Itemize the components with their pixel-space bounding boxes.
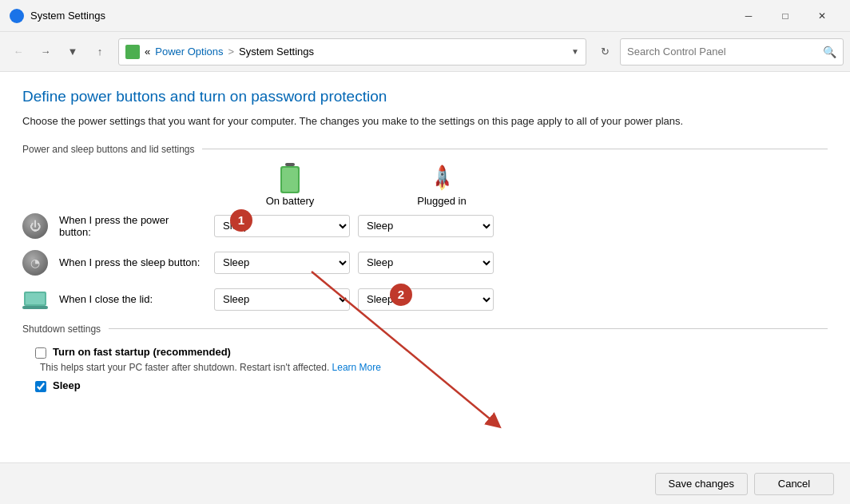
sleep-button-row: When I press the sleep button: Do nothin… [22,250,828,276]
save-button[interactable]: Save changes [655,473,748,495]
fast-startup-label[interactable]: Turn on fast startup (recommended) [53,346,231,358]
svg-rect-4 [26,293,45,304]
section1-divider [202,149,828,149]
sleep-button-selects: Do nothing Sleep Hibernate Shut down Do … [214,252,494,274]
breadcrumb-sep1: « [145,46,150,58]
page-description: Choose the power settings that you want … [22,113,828,129]
window-title: System Settings [30,10,105,22]
window-container: System Settings ─ □ ✕ ← → ▼ ↑ « Power Op… [0,0,850,504]
sleep-button-battery-select[interactable]: Do nothing Sleep Hibernate Shut down [214,252,350,274]
breadcrumb-icon [125,45,140,59]
refresh-button[interactable]: ↻ [593,40,617,64]
address-bar: ← → ▼ ↑ « Power Options > System Setting… [0,32,850,72]
svg-rect-5 [22,306,48,309]
lid-plugged-select[interactable]: Do nothing Sleep Hibernate Shut down [358,288,494,311]
sleep-button-icon [22,250,48,276]
shutdown-section: Shutdown settings Turn on fast startup (… [22,323,828,392]
lid-icon [22,287,48,312]
column-headers: On battery 🚀 Plugged in [214,166,828,207]
lid-row: When I close the lid: Do nothing Sleep H… [22,287,828,312]
power-button-selects: Do nothing Sleep Hibernate Shut down Do … [214,215,494,237]
title-controls: ─ □ ✕ [730,0,840,32]
fast-startup-row: Turn on fast startup (recommended) [35,346,828,359]
rocket-icon: 🚀 [427,164,456,193]
sleep-button-label: When I press the sleep button: [59,256,203,268]
minimize-button[interactable]: ─ [730,0,767,32]
app-icon [10,9,24,23]
title-bar-left: System Settings [10,9,105,23]
fast-startup-sublabel: This helps start your PC faster after sh… [40,362,828,373]
sleep-checkbox-label[interactable]: Sleep [53,379,81,391]
title-bar: System Settings ─ □ ✕ [0,0,850,32]
power-button-plugged-select[interactable]: Do nothing Sleep Hibernate Shut down [358,215,494,237]
battery-column-label: On battery [266,195,315,207]
breadcrumb-bar: « Power Options > System Settings ▼ [118,38,586,65]
section1-header: Power and sleep buttons and lid settings [22,144,828,155]
search-input[interactable] [627,46,818,58]
back-button[interactable]: ← [6,40,30,64]
power-button-row: When I press the power button: Do nothin… [22,213,828,239]
fast-startup-checkbox[interactable] [35,347,46,359]
close-button[interactable]: ✕ [804,0,840,32]
lid-label: When I close the lid: [59,293,203,305]
annotation-bubble-2: 2 [390,284,412,306]
recent-locations-button[interactable]: ▼ [61,40,85,64]
forward-button[interactable]: → [34,40,58,64]
search-icon[interactable]: 🔍 [823,46,836,58]
lid-selects: Do nothing Sleep Hibernate Shut down Do … [214,288,494,311]
breadcrumb-sep2: > [228,46,235,58]
svg-rect-2 [282,168,298,192]
breadcrumb-dropdown-icon[interactable]: ▼ [571,47,579,56]
up-button[interactable]: ↑ [88,40,112,64]
pluggedin-column-label: Plugged in [417,195,466,207]
svg-rect-0 [285,163,295,166]
annotation-bubble-1: 1 [230,209,252,232]
pluggedin-column-header: 🚀 Plugged in [366,166,518,207]
page-title: Define power buttons and turn on passwor… [22,88,828,105]
main-content: Define power buttons and turn on passwor… [0,72,850,504]
sleep-checkbox[interactable] [35,381,46,392]
fast-startup-desc: This helps start your PC faster after sh… [40,362,332,373]
cancel-button[interactable]: Cancel [754,473,834,495]
learn-more-link[interactable]: Learn More [332,362,381,373]
sleep-button-plugged-select[interactable]: Do nothing Sleep Hibernate Shut down [358,252,494,274]
section2-header: Shutdown settings [22,323,828,335]
bottom-bar: Save changes Cancel [0,462,850,504]
lid-battery-select[interactable]: Do nothing Sleep Hibernate Shut down [214,288,350,311]
breadcrumb-item-system-settings: System Settings [239,46,314,58]
pluggedin-icon: 🚀 [429,166,455,192]
battery-column-header: On battery [214,166,366,207]
search-box: 🔍 [620,38,844,65]
maximize-button[interactable]: □ [767,0,804,32]
section2-divider [109,328,828,329]
power-button-label: When I press the power button: [59,214,203,238]
power-button-icon [22,213,48,239]
battery-icon [277,166,303,192]
breadcrumb-item-power-options[interactable]: Power Options [155,46,223,58]
section1-label: Power and sleep buttons and lid settings [22,144,194,155]
section2-label: Shutdown settings [22,323,101,335]
sleep-checkbox-row: Sleep [35,379,828,392]
